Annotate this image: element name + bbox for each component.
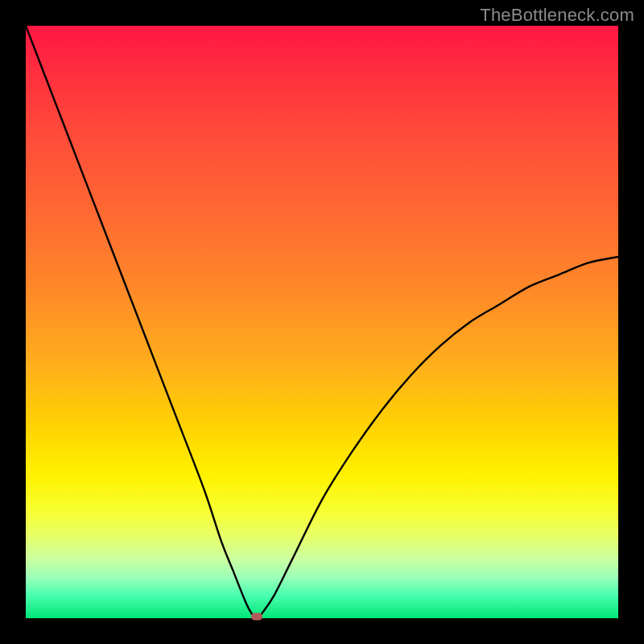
watermark-text: TheBottleneck.com xyxy=(480,5,634,26)
curve-svg xyxy=(26,26,618,618)
chart-frame: TheBottleneck.com xyxy=(0,0,644,644)
bottleneck-curve-path xyxy=(26,26,618,618)
plot-area xyxy=(26,26,618,618)
minimum-marker xyxy=(251,613,262,621)
